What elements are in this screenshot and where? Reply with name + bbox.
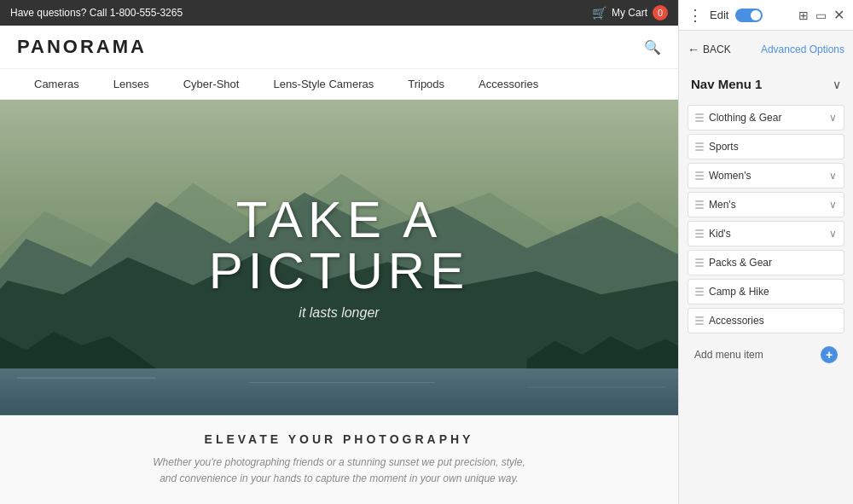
drag-handle-icon	[695, 113, 704, 122]
close-panel-button[interactable]: ✕	[833, 7, 844, 23]
hero-subtitle: it lasts longer	[170, 305, 509, 321]
hero-section: TAKE A PICTURE it lasts longer	[0, 100, 678, 415]
menu-item-label: Sports	[709, 141, 739, 153]
menu-item-kids[interactable]: Kid's ∨	[688, 221, 844, 246]
toolbar-left: ⋮ Edit	[688, 8, 763, 23]
menu-item-left: Men's	[695, 199, 736, 211]
cart-icon: 🛒	[592, 6, 606, 20]
drag-handle-icon	[695, 316, 704, 325]
menu-item-left: Women's	[695, 170, 751, 182]
menu-item-left: Clothing & Gear	[695, 112, 781, 124]
menu-item-left: Sports	[695, 141, 739, 153]
menu-item-chevron-icon: ∨	[829, 170, 837, 182]
menu-item-womens[interactable]: Women's ∨	[688, 163, 844, 188]
nav-menu-header: Nav Menu 1 ∨	[688, 70, 844, 98]
drag-handle-icon	[695, 229, 704, 238]
hero-title: TAKE A PICTURE	[170, 194, 509, 297]
menu-item-label: Kid's	[709, 228, 731, 240]
phone-number: Have questions? Call 1-800-555-3265	[10, 7, 183, 19]
bottom-title: ELEVATE YOUR PHOTOGRAPHY	[17, 432, 661, 446]
toolbar-right: ⊞ ▭ ✕	[798, 7, 844, 23]
panel-nav-bar: ← BACK Advanced Options	[688, 39, 844, 60]
menu-item-chevron-icon: ∨	[829, 199, 837, 211]
menu-item-accessories[interactable]: Accessories	[688, 308, 844, 333]
menu-item-clothing-gear[interactable]: Clothing & Gear ∨	[688, 105, 844, 130]
nav-item-tripods[interactable]: Tripods	[391, 69, 461, 99]
menu-item-packs-gear[interactable]: Packs & Gear	[688, 250, 844, 275]
menu-item-label: Clothing & Gear	[709, 112, 781, 124]
back-button[interactable]: ← BACK	[688, 43, 731, 56]
menu-item-left: Kid's	[695, 228, 731, 240]
search-icon[interactable]: 🔍	[644, 39, 661, 55]
drag-handle-icon	[695, 142, 704, 151]
panel-toolbar: ⋮ Edit ⊞ ▭ ✕	[679, 0, 853, 31]
dots-menu-icon[interactable]: ⋮	[688, 8, 703, 23]
edit-toggle[interactable]	[735, 9, 763, 22]
add-menu-item-row[interactable]: Add menu item +	[688, 340, 844, 369]
edit-label: Edit	[710, 9, 728, 21]
menu-item-left: Accessories	[695, 315, 764, 327]
site-header: PANORAMA 🔍	[0, 26, 678, 69]
menu-item-left: Camp & Hike	[695, 286, 769, 298]
nav-menu-collapse-icon[interactable]: ∨	[833, 78, 841, 91]
menu-item-label: Women's	[709, 170, 751, 182]
drag-handle-icon	[695, 287, 704, 296]
menu-item-sports[interactable]: Sports	[688, 134, 844, 159]
add-menu-item-button[interactable]: +	[821, 346, 838, 363]
cart-area[interactable]: 🛒 My Cart 0	[592, 5, 668, 20]
nav-item-lensstyle[interactable]: Lens-Style Cameras	[256, 69, 391, 99]
top-bar: Have questions? Call 1-800-555-3265 🛒 My…	[0, 0, 678, 26]
hero-background: TAKE A PICTURE it lasts longer	[0, 100, 678, 415]
add-menu-item-label: Add menu item	[694, 349, 763, 361]
bottom-section: ELEVATE YOUR PHOTOGRAPHY Whether you're …	[0, 415, 678, 504]
menu-item-left: Packs & Gear	[695, 257, 772, 269]
nav-item-accessories[interactable]: Accessories	[461, 69, 555, 99]
bottom-text: Whether you're photographing friends or …	[17, 455, 661, 487]
menu-item-label: Men's	[709, 199, 736, 211]
menu-item-label: Packs & Gear	[709, 257, 772, 269]
panel-content: ← BACK Advanced Options Nav Menu 1 ∨ Clo…	[679, 31, 853, 504]
menu-item-camp-hike[interactable]: Camp & Hike	[688, 279, 844, 304]
nav-item-lenses[interactable]: Lenses	[96, 69, 166, 99]
right-panel: ⋮ Edit ⊞ ▭ ✕ ← BACK Advanced Options Nav…	[678, 0, 853, 504]
nav-menu-title: Nav Menu 1	[691, 77, 762, 91]
advanced-options-link[interactable]: Advanced Options	[761, 43, 844, 55]
menu-item-label: Accessories	[709, 315, 764, 327]
menu-item-label: Camp & Hike	[709, 286, 769, 298]
menu-item-chevron-icon: ∨	[829, 228, 837, 240]
main-nav: Cameras Lenses Cyber-Shot Lens-Style Cam…	[0, 69, 678, 100]
nav-item-cameras[interactable]: Cameras	[17, 69, 96, 99]
back-label: BACK	[703, 43, 731, 55]
drag-handle-icon	[695, 171, 704, 180]
site-logo[interactable]: PANORAMA	[17, 36, 147, 58]
website-preview: Have questions? Call 1-800-555-3265 🛒 My…	[0, 0, 678, 504]
back-arrow-icon: ←	[688, 43, 699, 56]
cart-label: My Cart	[612, 7, 647, 19]
hero-text: TAKE A PICTURE it lasts longer	[170, 194, 509, 321]
grid-view-icon[interactable]: ⊞	[798, 9, 809, 22]
menu-item-chevron-icon: ∨	[829, 112, 837, 124]
menu-item-mens[interactable]: Men's ∨	[688, 192, 844, 217]
desktop-view-icon[interactable]: ▭	[815, 9, 827, 22]
nav-item-cybershot[interactable]: Cyber-Shot	[166, 69, 257, 99]
drag-handle-icon	[695, 258, 704, 267]
menu-items-list: Clothing & Gear ∨ Sports Women's	[688, 105, 844, 333]
drag-handle-icon	[695, 200, 704, 209]
cart-badge: 0	[653, 5, 668, 20]
